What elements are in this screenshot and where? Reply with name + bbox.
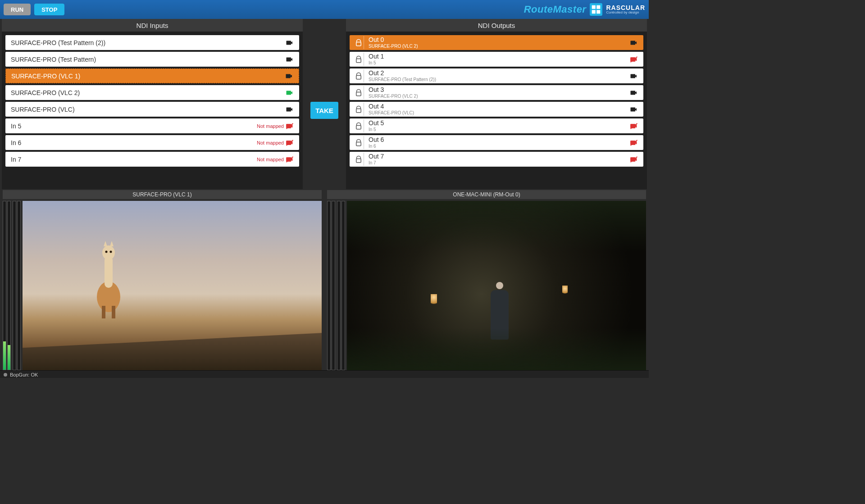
input-label: In 5 <box>11 123 257 130</box>
camera-off-icon <box>630 55 638 64</box>
camera-icon <box>286 89 294 97</box>
unlock-icon[interactable] <box>355 72 363 80</box>
svg-point-5 <box>105 251 108 253</box>
unlock-icon[interactable] <box>355 122 363 130</box>
camera-icon <box>286 55 294 64</box>
output-label: Out 4 <box>369 103 630 110</box>
preview-right-video[interactable] <box>347 201 646 370</box>
take-button[interactable]: TAKE <box>310 102 338 119</box>
output-source: SURFACE-PRO (VLC) <box>369 110 630 116</box>
output-label: Out 0 <box>369 36 630 44</box>
output-row[interactable]: Out 7In 7 <box>350 152 643 167</box>
brand-company-tagline: Controlled by design <box>606 11 645 14</box>
camera-off-icon <box>630 139 638 147</box>
output-source: In 6 <box>369 144 630 149</box>
output-label: Out 5 <box>369 119 630 127</box>
preview-left-video[interactable] <box>23 201 322 370</box>
input-label: SURFACE-PRO (Test Pattern) <box>11 56 286 63</box>
output-row[interactable]: Out 6In 6 <box>350 135 643 150</box>
inputs-list: SURFACE-PRO (Test Pattern (2))SURFACE-PR… <box>2 32 303 189</box>
output-row[interactable]: Out 1In 5 <box>350 52 643 67</box>
input-label: In 7 <box>11 156 257 163</box>
status-text: BopGun: OK <box>10 372 38 377</box>
previews-area: SURFACE-PRO (VLC 1) <box>0 190 649 370</box>
output-row[interactable]: Out 2SURFACE-PRO (Test Pattern (2)) <box>350 68 643 83</box>
output-source: SURFACE-PRO (Test Pattern (2)) <box>369 77 630 82</box>
input-row[interactable]: In 5Not mapped <box>5 118 299 133</box>
not-mapped-label: Not mapped <box>257 157 284 162</box>
input-label: SURFACE-PRO (VLC) <box>11 106 286 113</box>
output-row[interactable]: Out 0SURFACE-PRO (VLC 2) <box>350 35 643 50</box>
outputs-panel: NDI Outputs Out 0SURFACE-PRO (VLC 2)Out … <box>346 19 647 189</box>
brand-logo-icon <box>590 3 602 16</box>
unlock-icon[interactable] <box>355 39 363 47</box>
preview-left: SURFACE-PRO (VLC 1) <box>0 190 324 370</box>
vu-meter <box>327 201 331 370</box>
run-button[interactable]: RUN <box>4 4 31 15</box>
input-row[interactable]: In 6Not mapped <box>5 135 299 150</box>
camera-icon <box>630 105 638 114</box>
svg-point-6 <box>110 251 112 253</box>
output-row[interactable]: Out 4SURFACE-PRO (VLC) <box>350 102 643 117</box>
output-label: Out 2 <box>369 69 630 77</box>
input-row[interactable]: In 7Not mapped <box>5 152 299 167</box>
output-source: In 5 <box>369 60 630 66</box>
svg-rect-3 <box>102 306 105 318</box>
vu-meter <box>341 201 345 370</box>
output-label: Out 6 <box>369 136 630 144</box>
routing-area: NDI Inputs SURFACE-PRO (Test Pattern (2)… <box>0 19 649 189</box>
unlock-icon[interactable] <box>355 139 363 147</box>
output-source: SURFACE-PRO (VLC 2) <box>369 94 630 99</box>
top-bar: RUN STOP RouteMaster RASCULAR Controlled… <box>0 0 649 19</box>
input-row[interactable]: SURFACE-PRO (Test Pattern (2)) <box>5 35 299 50</box>
preview-right-title: ONE-MAC-MINI (RM-Out 0) <box>327 190 646 199</box>
llama-graphic <box>88 238 129 319</box>
brand-company: RASCULAR Controlled by design <box>606 5 645 14</box>
svg-point-2 <box>102 245 115 260</box>
output-source: In 5 <box>369 127 630 132</box>
stop-button[interactable]: STOP <box>34 4 64 15</box>
vu-meter <box>337 201 341 370</box>
preview-right-body <box>327 199 646 370</box>
output-label: Out 1 <box>369 53 630 60</box>
camera-off-icon <box>286 139 294 147</box>
outputs-list: Out 0SURFACE-PRO (VLC 2)Out 1In 5Out 2SU… <box>346 32 647 189</box>
app-title: RouteMaster <box>524 4 587 15</box>
camera-off-icon <box>286 122 294 130</box>
input-row[interactable]: SURFACE-PRO (Test Pattern) <box>5 52 299 67</box>
status-bar: BopGun: OK <box>0 370 649 378</box>
camera-icon <box>630 72 638 80</box>
input-row[interactable]: SURFACE-PRO (VLC) <box>5 102 299 117</box>
input-row[interactable]: SURFACE-PRO (VLC 1) <box>5 68 299 83</box>
camera-icon <box>286 39 294 47</box>
unlock-icon[interactable] <box>355 55 363 64</box>
vu-meter <box>332 201 335 370</box>
unlock-icon[interactable] <box>355 89 363 97</box>
output-source: SURFACE-PRO (VLC 2) <box>369 44 630 49</box>
preview-right-vu-2 <box>337 201 345 370</box>
input-label: In 6 <box>11 139 257 146</box>
output-row[interactable]: Out 3SURFACE-PRO (VLC 2) <box>350 85 643 100</box>
status-dot-icon <box>4 373 7 377</box>
output-source: In 7 <box>369 160 630 166</box>
vu-meter <box>3 201 6 370</box>
unlock-icon[interactable] <box>355 155 363 163</box>
svg-rect-1 <box>105 256 113 288</box>
preview-right-vu <box>327 201 335 370</box>
camera-off-icon <box>630 155 638 163</box>
topbar-right: RouteMaster RASCULAR Controlled by desig… <box>524 3 645 16</box>
camera-off-icon <box>630 122 638 130</box>
preview-left-vu-2 <box>13 201 21 370</box>
input-row[interactable]: SURFACE-PRO (VLC 2) <box>5 85 299 100</box>
input-label: SURFACE-PRO (VLC 2) <box>11 89 286 96</box>
input-label: SURFACE-PRO (VLC 1) <box>11 73 285 80</box>
unlock-icon[interactable] <box>355 105 363 114</box>
brand-company-name: RASCULAR <box>606 5 645 11</box>
take-column: TAKE <box>308 32 341 189</box>
camera-icon <box>286 105 294 114</box>
outputs-title: NDI Outputs <box>346 19 647 32</box>
output-row[interactable]: Out 5In 5 <box>350 118 643 133</box>
output-label: Out 7 <box>369 153 630 160</box>
camera-off-icon <box>286 155 294 163</box>
inputs-panel: NDI Inputs SURFACE-PRO (Test Pattern (2)… <box>2 19 303 189</box>
